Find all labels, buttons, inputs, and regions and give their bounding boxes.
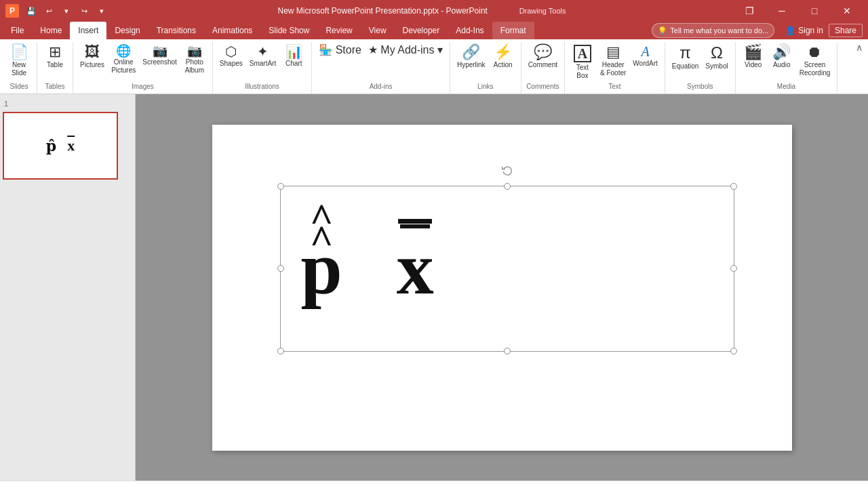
- handle-bottom-right[interactable]: [730, 348, 737, 354]
- store-button[interactable]: 🏪 Store: [316, 43, 364, 58]
- symbols-group-label: Symbols: [669, 83, 731, 92]
- tab-review[interactable]: Review: [317, 22, 360, 39]
- slide-number: 1: [3, 100, 132, 108]
- symbol-icon: Ω: [711, 45, 723, 61]
- tab-transitions[interactable]: Transitions: [149, 22, 204, 39]
- screen-recording-label: ScreenRecording: [800, 61, 831, 77]
- addins-group-label: Add-ins: [316, 83, 446, 92]
- tab-slide-show[interactable]: Slide Show: [260, 22, 317, 39]
- app-icon: P: [5, 4, 19, 18]
- slide-area: 1 p̂ x: [0, 94, 868, 481]
- tab-view[interactable]: View: [361, 22, 395, 39]
- comment-icon: 💬: [534, 45, 552, 60]
- comment-label: Comment: [528, 61, 557, 69]
- text-box-button[interactable]: A TextBox: [569, 43, 596, 81]
- online-pictures-label: OnlinePictures: [111, 58, 136, 75]
- online-pictures-button[interactable]: 🌐 OnlinePictures: [108, 43, 138, 76]
- slide-thumbnail-1[interactable]: p̂ x: [3, 112, 118, 180]
- ribbon-group-slides: 📄 NewSlide Slides: [1, 42, 37, 94]
- action-label: Action: [494, 61, 513, 69]
- header-footer-icon: ▤: [606, 45, 620, 60]
- wordart-button[interactable]: A WordArt: [630, 43, 660, 69]
- equation-label: Equation: [672, 62, 698, 70]
- chart-button[interactable]: 📊 Chart: [280, 43, 307, 69]
- handle-bottom-left[interactable]: [277, 348, 284, 354]
- images-group-label: Images: [77, 83, 208, 92]
- handle-top-right[interactable]: [730, 183, 737, 190]
- comment-button[interactable]: 💬 Comment: [526, 43, 560, 70]
- smartart-button[interactable]: ✦ SmartArt: [247, 43, 279, 69]
- equation-button[interactable]: π Equation: [669, 43, 701, 72]
- symbol-button[interactable]: Ω Symbol: [703, 43, 730, 72]
- save-button[interactable]: 💾: [23, 3, 39, 19]
- handle-bottom-middle[interactable]: [504, 348, 511, 354]
- close-button[interactable]: ✕: [831, 0, 863, 22]
- photo-album-button[interactable]: 📷 PhotoAlbum: [181, 43, 208, 76]
- selected-text-box[interactable]: ^ p x: [280, 186, 734, 352]
- hyperlink-icon: 🔗: [462, 45, 480, 60]
- maximize-button[interactable]: □: [799, 0, 830, 22]
- handle-top-middle[interactable]: [504, 183, 511, 190]
- window-controls: ❐ ─ □ ✕: [734, 0, 863, 22]
- x-bar-symbol: x: [397, 231, 434, 306]
- text-group-label: Text: [569, 83, 660, 92]
- share-button[interactable]: Share: [829, 24, 863, 37]
- slide-canvas[interactable]: ^ p x: [212, 125, 792, 451]
- new-slide-label: NewSlide: [12, 61, 26, 77]
- rotate-handle[interactable]: [502, 165, 513, 176]
- tab-format[interactable]: Format: [492, 22, 534, 39]
- action-icon: ⚡: [494, 45, 512, 60]
- customize-button[interactable]: ▾: [94, 3, 110, 19]
- p-hat-symbol: ^ p: [301, 231, 342, 306]
- handle-middle-left[interactable]: [277, 265, 284, 272]
- caret-above-p: ^: [310, 197, 334, 238]
- tab-home[interactable]: Home: [32, 22, 70, 39]
- tab-file[interactable]: File: [3, 22, 32, 39]
- video-button[interactable]: 🎬 Video: [740, 43, 767, 70]
- ribbon-group-tables: ⊞ Table Tables: [37, 42, 73, 94]
- header-footer-label: Header& Footer: [600, 61, 626, 77]
- symbol-label: Symbol: [705, 62, 728, 70]
- redo-button[interactable]: ↪: [76, 3, 92, 19]
- tab-animations[interactable]: Animations: [204, 22, 260, 39]
- screenshot-button[interactable]: 📷 Screenshot: [140, 43, 180, 68]
- table-label: Table: [47, 61, 63, 69]
- video-label: Video: [745, 61, 762, 69]
- header-footer-button[interactable]: ▤ Header& Footer: [597, 43, 629, 79]
- table-button[interactable]: ⊞ Table: [41, 43, 68, 70]
- minimize-button[interactable]: ─: [766, 0, 797, 22]
- ribbon-group-illustrations: ⬡ Shapes ✦ SmartArt 📊 Chart Illustration…: [213, 42, 312, 94]
- tab-design[interactable]: Design: [106, 22, 148, 39]
- wordart-label: WordArt: [633, 60, 658, 68]
- sign-in-button[interactable]: 👤 Sign in: [785, 26, 823, 35]
- undo-arrow[interactable]: ▾: [58, 3, 75, 19]
- handle-top-left[interactable]: [277, 183, 284, 190]
- equation-icon: π: [679, 45, 691, 61]
- ribbon-group-comments: 💬 Comment Comments: [521, 42, 565, 94]
- ribbon-collapse-button[interactable]: ∧: [856, 42, 863, 53]
- tab-add-ins[interactable]: Add-Ins: [448, 22, 492, 39]
- audio-button[interactable]: 🔊 Audio: [768, 43, 795, 70]
- pictures-button[interactable]: 🖼 Pictures: [77, 43, 107, 70]
- lightbulb-icon: 💡: [658, 26, 667, 35]
- restore-down-button[interactable]: ❐: [734, 0, 765, 22]
- hyperlink-label: Hyperlink: [457, 61, 486, 69]
- photo-album-label: PhotoAlbum: [185, 58, 204, 75]
- handle-middle-right[interactable]: [730, 265, 737, 272]
- new-slide-button[interactable]: 📄 NewSlide: [5, 43, 33, 79]
- tell-me-text: Tell me what you want to do...: [670, 26, 768, 35]
- canvas-area[interactable]: ^ p x: [136, 94, 868, 481]
- tab-developer[interactable]: Developer: [395, 22, 448, 39]
- undo-button[interactable]: ↩: [41, 3, 57, 19]
- tell-me-input[interactable]: 💡 Tell me what you want to do...: [652, 23, 774, 38]
- tab-insert[interactable]: Insert: [70, 22, 106, 39]
- action-button[interactable]: ⚡ Action: [490, 43, 517, 70]
- my-addins-button[interactable]: ★ My Add-ins ▾: [366, 43, 446, 58]
- ribbon-group-symbols: π Equation Ω Symbol Symbols: [665, 42, 736, 94]
- shapes-button[interactable]: ⬡ Shapes: [217, 43, 245, 69]
- ribbon-group-media: 🎬 Video 🔊 Audio ⏺ ScreenRecording Media: [736, 42, 838, 94]
- hyperlink-button[interactable]: 🔗 Hyperlink: [454, 43, 488, 70]
- thumb-p-hat: p̂: [46, 137, 56, 155]
- notes-bar[interactable]: Click to add notes: [0, 481, 868, 488]
- screen-recording-button[interactable]: ⏺ ScreenRecording: [797, 43, 833, 79]
